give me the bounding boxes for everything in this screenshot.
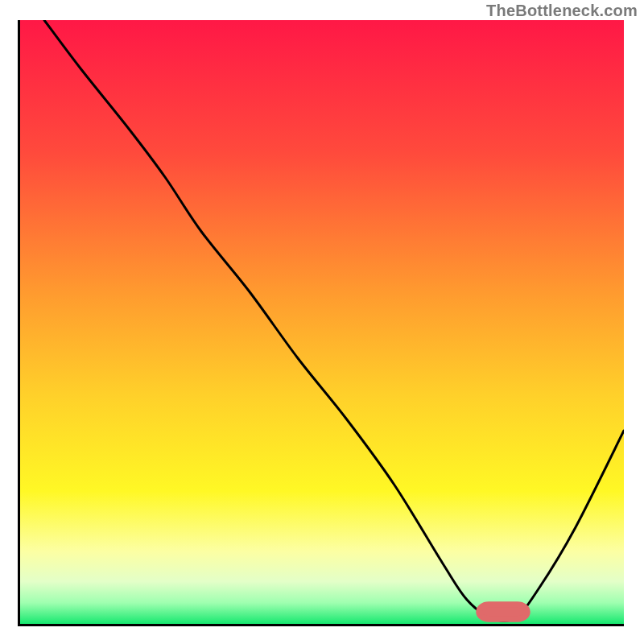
optimal-marker — [479, 605, 527, 619]
bottleneck-chart: TheBottleneck.com — [0, 0, 644, 644]
plot-area — [20, 20, 624, 624]
watermark-text: TheBottleneck.com — [486, 2, 638, 20]
y-axis — [18, 20, 20, 626]
bottleneck-curve — [44, 20, 624, 621]
x-axis — [20, 624, 624, 626]
bottleneck-curve-layer — [20, 20, 624, 624]
